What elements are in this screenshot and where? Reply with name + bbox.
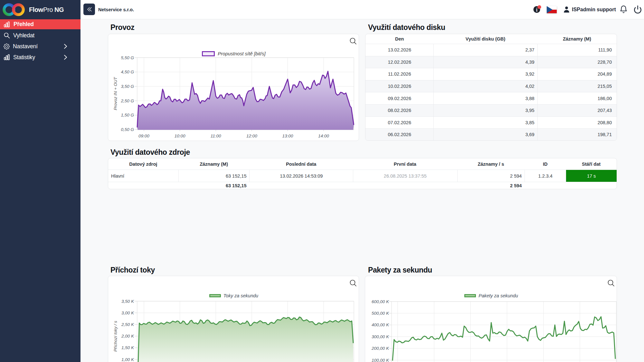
svg-text:3,50 G: 3,50 G	[121, 84, 134, 89]
svg-text:13:00: 13:00	[282, 134, 293, 138]
svg-text:1,50 G: 1,50 G	[121, 113, 134, 117]
svg-text:3,00 K: 3,00 K	[121, 311, 134, 315]
svg-text:2,50 K: 2,50 K	[121, 322, 134, 327]
svg-text:14:00: 14:00	[318, 134, 329, 138]
svg-text:2,00 K: 2,00 K	[121, 334, 134, 339]
svg-text:11:00: 11:00	[211, 134, 221, 138]
svg-text:1,50 K: 1,50 K	[121, 345, 134, 350]
svg-text:3,50 K: 3,50 K	[121, 299, 134, 304]
svg-text:10:00: 10:00	[175, 134, 185, 138]
svg-text:Provoz IN + OUT: Provoz IN + OUT	[113, 77, 118, 110]
svg-text:i: i	[536, 7, 538, 13]
svg-text:600,00 K: 600,00 K	[372, 299, 389, 304]
svg-text:Příchozí toky / s: Příchozí toky / s	[113, 321, 118, 352]
svg-text:2,50 G: 2,50 G	[120, 98, 134, 103]
svg-text:300,00 K: 300,00 K	[372, 334, 389, 339]
svg-text:0,50 G: 0,50 G	[121, 127, 134, 132]
svg-text:200,00 K: 200,00 K	[371, 346, 389, 351]
svg-text:500,00 K: 500,00 K	[372, 311, 389, 316]
svg-text:12:00: 12:00	[246, 134, 257, 138]
svg-text:4,50 G: 4,50 G	[121, 70, 134, 74]
svg-text:100,00 K: 100,00 K	[372, 358, 389, 362]
svg-text:1,00 K: 1,00 K	[121, 357, 134, 362]
svg-text:400,00 K: 400,00 K	[372, 322, 389, 327]
svg-text:09:00: 09:00	[138, 134, 149, 138]
